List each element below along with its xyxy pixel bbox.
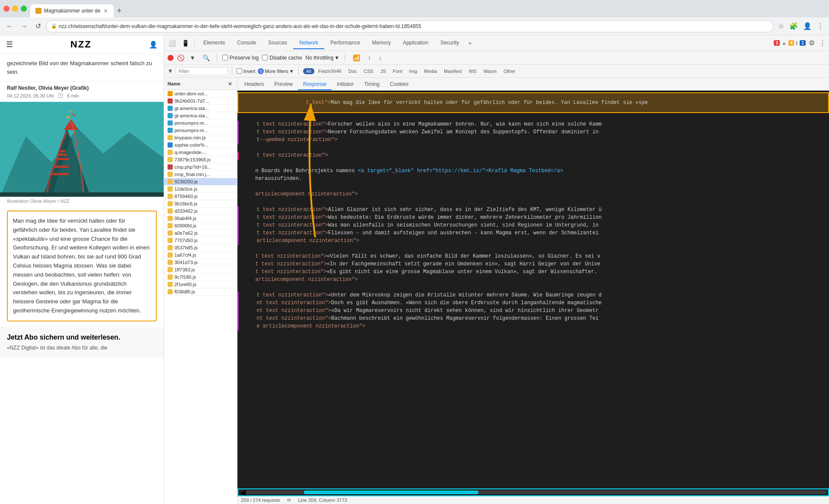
device-toolbar-button[interactable]: 📱 [179,38,192,48]
request-item[interactable]: 9c7f180.js [164,274,237,281]
request-item[interactable]: 73879c153968.js [164,156,237,164]
wifi-icon-button[interactable]: 📶 [350,53,363,63]
tab-console[interactable]: Console [231,37,262,49]
clear-button[interactable]: 🚫 [177,54,184,61]
sub-tab-response[interactable]: Response [298,79,332,90]
filter-type-manifest[interactable]: Manifest [441,68,465,74]
tab-close-button[interactable]: × [103,6,108,15]
request-item[interactable]: 3041d73.js [164,259,237,266]
search-button[interactable]: 🔍 [201,54,212,62]
filter-type-font[interactable]: Font [390,68,405,74]
request-item[interactable]: 2f1ee80.js [164,281,237,288]
close-window-button[interactable] [3,6,9,12]
new-tab-button[interactable]: + [114,5,125,17]
request-item[interactable]: q-imageslide-... [164,149,237,156]
sub-tab-preview[interactable]: Preview [269,79,298,90]
request-item[interactable]: gt-america-sta... [164,112,237,120]
sub-tab-headers[interactable]: Headers [239,79,269,90]
filter-type-fetch-xhr[interactable]: Fetch/XHR [315,68,345,74]
disable-cache-label[interactable]: Disable cache [262,55,302,61]
filter-type-wasm[interactable]: Wasm [480,68,500,74]
request-name: 0b16bc6.js [174,201,234,206]
tab-security[interactable]: Security [434,37,465,49]
download-button[interactable]: ↓ [376,53,384,63]
hamburger-button[interactable]: ☰ [6,40,13,49]
request-item[interactable]: cmp.php?id=16... [164,164,237,171]
request-list[interactable]: unter-dem-vul... 9b24b001-7d7... gt-amer… [164,90,237,504]
devtools-more-button[interactable]: ⋮ [818,38,827,48]
request-item[interactable]: pensumpro-re... [164,127,237,134]
request-item[interactable]: pensumpro-re... [164,120,237,127]
back-button[interactable]: ← [3,21,16,32]
scroll-track[interactable] [246,491,826,494]
filter-type-js[interactable]: JS [377,68,389,74]
request-item[interactable]: gt-america-sta... [164,105,237,112]
request-item-selected[interactable]: 9238200.js [164,178,237,186]
request-item[interactable]: a0e7a62.js [164,230,237,237]
code-content[interactable]: t text">Man mag die Idee für verrückt ha… [237,91,829,488]
extensions-button[interactable]: 🧩 [788,20,800,32]
scroll-left-arrow[interactable]: ◀ [240,488,246,497]
request-item[interactable]: 12de5ce.js [164,186,237,193]
throttle-control[interactable]: No throttling ▼ [306,55,340,61]
filter-type-all[interactable]: All [303,68,314,74]
request-item[interactable]: unter-dem-vul... [164,90,237,98]
request-item[interactable]: f038df0.js [164,288,237,296]
minimize-window-button[interactable] [12,6,18,12]
filter-input[interactable] [176,67,228,75]
filter-type-media[interactable]: Media [421,68,440,74]
request-item[interactable]: cmp_final.min.j... [164,171,237,178]
request-item[interactable]: 0b16bc6.js [164,200,237,208]
filter-toggle-button[interactable]: ▼ [188,54,197,62]
reload-button[interactable]: ↺ [33,20,44,32]
request-item[interactable]: 7707d50.js [164,237,237,244]
tab-memory[interactable]: Memory [366,37,397,49]
forward-button[interactable]: → [18,21,30,32]
close-request-panel-button[interactable]: × [227,79,234,88]
profile-button[interactable]: 👤 [801,20,813,32]
code-line: t text nzzinteraction">Allen Glazner ist… [239,206,829,214]
request-item[interactable]: 06ab4f4.js [164,215,237,222]
preserve-log-checkbox[interactable] [222,55,228,60]
invert-label[interactable]: Invert [237,68,256,74]
sub-tab-timing[interactable]: Timing [359,79,385,90]
tab-network[interactable]: Network [293,37,324,49]
filter-type-img[interactable]: Img [406,68,420,74]
sub-tab-cookies[interactable]: Cookies [385,79,414,90]
browser-tab-active[interactable]: Magmakammer unter de × [30,4,114,17]
request-item[interactable]: d333462.js [164,208,237,215]
request-item[interactable]: 1ff7383.js [164,266,237,274]
tab-sources[interactable]: Sources [262,37,293,49]
user-icon-button[interactable]: 👤 [149,41,158,49]
preserve-log-label[interactable]: Preserve log [222,55,259,61]
tab-more-button[interactable]: » [465,38,475,49]
more-filters-button[interactable]: 1 More filters ▼ [258,68,294,74]
address-bar[interactable]: 🔒 nzz.ch/wissenschaft/unter-dem-vulkan-d… [46,20,774,32]
filter-type-ws[interactable]: WS [466,68,480,74]
disable-cache-checkbox[interactable] [262,55,268,60]
filter-type-css[interactable]: CSS [361,68,377,74]
horizontal-scrollbar[interactable]: ◀ [237,488,829,496]
record-button[interactable] [168,55,174,61]
request-item[interactable]: sophie-color%... [164,142,237,149]
request-item[interactable]: 8759460.js [164,193,237,200]
request-item[interactable]: 60990fd.js [164,222,237,230]
upload-button[interactable]: ↑ [365,53,373,63]
sub-tab-initiator[interactable]: Initiator [332,79,359,90]
invert-checkbox[interactable] [237,68,242,74]
menu-button[interactable]: ⋮ [815,20,826,32]
request-item[interactable]: tinypass.min.js [164,134,237,142]
tab-application[interactable]: Application [397,37,434,49]
maximize-window-button[interactable] [21,6,27,12]
scroll-thumb[interactable] [304,491,478,494]
inspect-element-button[interactable]: ⬜ [166,38,178,48]
request-item[interactable]: 1a67cf4.js [164,252,237,259]
request-item[interactable]: 9b24b001-7d7... [164,98,237,105]
request-item[interactable]: 0537b85.js [164,244,237,252]
tab-performance[interactable]: Performance [324,37,366,49]
filter-type-doc[interactable]: Doc [345,68,360,74]
settings-button[interactable]: ⚙ [807,38,816,48]
filter-type-other[interactable]: Other [500,68,519,74]
tab-elements[interactable]: Elements [197,37,231,49]
bookmark-button[interactable]: ☆ [776,20,786,32]
